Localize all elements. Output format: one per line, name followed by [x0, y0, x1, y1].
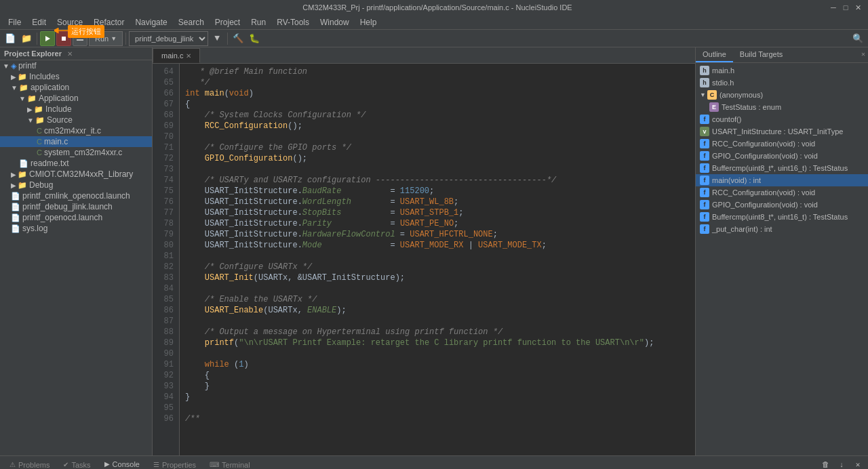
search-toolbar-button[interactable]: 🔍 [850, 31, 865, 46]
outline-tab-build[interactable]: Build Targets [733, 47, 789, 62]
outline-close[interactable]: ✕ [859, 47, 868, 62]
outline-icon-gpio2: f [700, 200, 709, 209]
menu-search[interactable]: Search [173, 16, 210, 28]
bottom-close-btn[interactable]: ✕ [850, 457, 865, 470]
outline-item-rcc1[interactable]: f RCC_Configuration(void) : void [696, 138, 868, 150]
code-line-88: /* Output a message on Hyperterminal usi… [185, 327, 690, 338]
ln-93: 93 [155, 381, 174, 392]
bottom-tab-console[interactable]: ▶ Console [98, 457, 146, 470]
config-select[interactable]: printf_debug_jlink [129, 31, 208, 46]
code-editor[interactable]: 64 65 66 67 68 69 70 71 72 73 74 75 76 7… [153, 64, 695, 455]
run-build-button[interactable] [73, 31, 87, 46]
code-line-80: USART_InitStructure.Mode = USART_MODE_RX… [185, 240, 690, 251]
debug-button[interactable]: 🐛 [247, 31, 262, 46]
title-controls: ─ □ ✕ [829, 3, 863, 12]
maximize-button[interactable]: □ [841, 3, 850, 12]
outline-label-gpio2: GPIO_Configuration(void) : void [712, 201, 818, 209]
menu-source[interactable]: Source [52, 16, 88, 28]
sidebar-item-printf[interactable]: ▼ ◈ printf [0, 60, 152, 71]
code-content[interactable]: * @brief Main function */ int main(void)… [180, 64, 695, 455]
sidebar-label-launch3: printf_openocd.launch [22, 213, 102, 222]
code-line-72: GPIO_Configuration(); [185, 153, 690, 164]
bottom-tab-terminal[interactable]: ⌨ Terminal [203, 458, 257, 470]
sidebar-item-main[interactable]: C main.c [0, 136, 152, 147]
menu-refactor[interactable]: Refactor [88, 16, 130, 28]
code-line-75: USART_InitStructure.BaudRate = 115200; [185, 186, 690, 197]
run-dropdown-button[interactable]: Run ▼ [89, 31, 123, 46]
tree-arrow-printf: ▼ [3, 62, 9, 70]
editor-area: main.c ✕ 64 65 66 67 68 69 70 71 72 73 7… [153, 47, 695, 455]
outline-item-rcc2[interactable]: f RCC_Configuration(void) : void [696, 186, 868, 199]
ln-83: 83 [155, 272, 174, 283]
code-line-70 [185, 131, 690, 142]
outline-icon-buffercmp1: f [700, 163, 709, 173]
build-button[interactable]: 🔨 [231, 31, 245, 46]
ln-86: 86 [155, 305, 174, 316]
tree-arrow-includes: ▶ [11, 73, 16, 81]
editor-tab-main[interactable]: main.c ✕ [153, 48, 200, 63]
sidebar-item-launch2[interactable]: 📄 printf_debug_jlink.launch [0, 201, 152, 212]
run-stop-button[interactable] [56, 31, 71, 46]
sidebar-item-readme[interactable]: 📄 readme.txt [0, 158, 152, 169]
sidebar-item-launch3[interactable]: 📄 printf_openocd.launch [0, 212, 152, 223]
minimize-button[interactable]: ─ [829, 3, 838, 12]
sidebar-item-cm32[interactable]: C cm32m4xxr_it.c [0, 125, 152, 136]
outline-item-anon[interactable]: ▼ C (anonymous) [696, 89, 868, 101]
outline-item-stdioh[interactable]: h stdio.h [696, 77, 868, 89]
outline-item-buffercmp2[interactable]: f Buffercmp(uint8_t*, uint16_t) : TestSt… [696, 211, 868, 223]
outline-item-mainh[interactable]: h main.h [696, 64, 868, 77]
outline-item-gpio1[interactable]: f GPIO_Configuration(void) : void [696, 150, 868, 162]
menu-project[interactable]: Project [210, 16, 245, 28]
bottom-tab-problems[interactable]: ⚠ Problems [3, 458, 56, 470]
menu-help[interactable]: Help [355, 16, 382, 28]
outline-item-usartstruct[interactable]: v USART_InitStructure : USART_InitType [696, 125, 868, 138]
sidebar-item-Source[interactable]: ▼ 📁 Source [0, 115, 152, 125]
sidebar-item-Application[interactable]: ▼ 📁 Application [0, 93, 152, 104]
folder-icon-Source: 📁 [35, 116, 45, 125]
file-icon-launch3: 📄 [11, 213, 20, 222]
sidebar-item-Include[interactable]: ▶ 📁 Include [0, 104, 152, 115]
outline-tab-outline[interactable]: Outline [696, 47, 733, 62]
bottom-clear-btn[interactable]: 🗑 [818, 457, 833, 470]
tab-label-main: main.c [161, 52, 183, 60]
config-dropdown[interactable]: ▼ [210, 31, 224, 46]
ln-71: 71 [155, 142, 174, 153]
run-play-button[interactable] [40, 31, 55, 46]
code-line-93: } [185, 381, 690, 392]
outline-icon-rcc2: f [700, 188, 709, 197]
menu-edit[interactable]: Edit [26, 16, 52, 28]
open-button[interactable]: 📁 [19, 31, 34, 46]
outline-item-putchar[interactable]: f _put_char(int) : int [696, 223, 868, 235]
sidebar-item-cmiot[interactable]: ▶ 📁 CMIOT.CM32M4xxR_Library [0, 169, 152, 180]
outline-item-main[interactable]: f main(void) : int [696, 174, 868, 186]
menu-file[interactable]: File [3, 16, 26, 28]
menu-window[interactable]: Window [315, 16, 355, 28]
sidebar-item-launch1[interactable]: 📄 printf_cmlink_openocd.launch [0, 190, 152, 201]
sidebar-item-application[interactable]: ▼ 📁 application [0, 82, 152, 93]
folder-icon-debug: 📁 [18, 181, 27, 190]
outline-item-gpio2[interactable]: f GPIO_Configuration(void) : void [696, 199, 868, 211]
tab-close-main[interactable]: ✕ [186, 52, 191, 60]
close-button[interactable]: ✕ [853, 3, 863, 12]
sidebar: Project Explorer ✕ ▼ ◈ printf ▶ 📁 Includ… [0, 47, 153, 455]
sidebar-item-system[interactable]: C system_cm32m4xxr.c [0, 147, 152, 158]
outline-panel: Outline Build Targets ✕ h main.h h stdio… [695, 47, 868, 455]
menu-rvtools[interactable]: RV-Tools [271, 16, 315, 28]
outline-icon-stdioh: h [700, 78, 709, 87]
sidebar-item-includes[interactable]: ▶ 📁 Includes [0, 71, 152, 82]
toolbar-sep-2 [125, 33, 126, 45]
bottom-panel: ⚠ Problems ✔ Tasks ▶ Console ☰ Propertie… [0, 455, 868, 469]
menu-run[interactable]: Run [245, 16, 271, 28]
bottom-tab-properties[interactable]: ☰ Properties [146, 458, 203, 470]
bottom-tab-tasks[interactable]: ✔ Tasks [56, 458, 97, 470]
menu-navigate[interactable]: Navigate [130, 16, 172, 28]
outline-icon-anon: C [707, 90, 717, 100]
outline-item-countof[interactable]: f countof() [696, 113, 868, 125]
outline-item-teststatus[interactable]: E TestStatus : enum [696, 101, 868, 113]
sidebar-item-syslog[interactable]: 📄 sys.log [0, 223, 152, 234]
new-button[interactable]: 📄 [3, 31, 18, 46]
bottom-scroll-btn[interactable]: ↓ [834, 457, 849, 470]
outline-item-buffercmp1[interactable]: f Buffercmp(uint8_t*, uint16_t) : TestSt… [696, 162, 868, 174]
toolbar: 📄 📁 Run ▼ printf_debug_jlink ▼ 🔨 🐛 🔍 [0, 30, 868, 47]
sidebar-item-debug[interactable]: ▶ 📁 Debug [0, 180, 152, 190]
